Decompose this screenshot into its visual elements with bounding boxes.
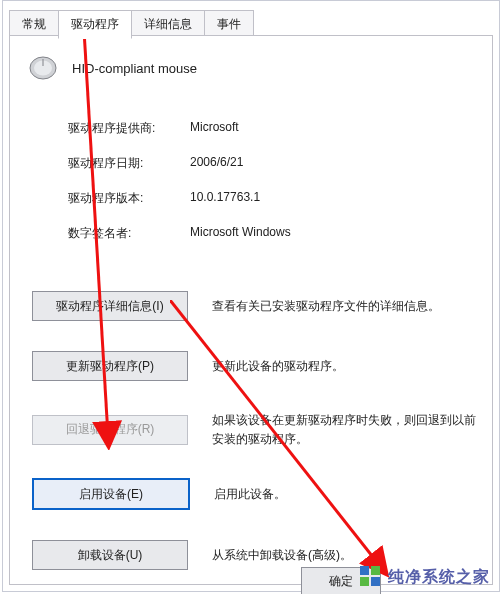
properties-dialog: 常规 驱动程序 详细信息 事件 HID-compliant mouse 驱动程序… — [2, 0, 500, 592]
rollback-driver-desc: 如果该设备在更新驱动程序时失败，则回退到以前安装的驱动程序。 — [212, 411, 476, 448]
watermark-text: 纯净系统之家 — [388, 567, 490, 588]
uninstall-device-desc: 从系统中卸载设备(高级)。 — [212, 546, 476, 565]
tab-events[interactable]: 事件 — [204, 10, 254, 38]
tab-general[interactable]: 常规 — [9, 10, 59, 38]
driver-details-button[interactable]: 驱动程序详细信息(I) — [32, 291, 188, 321]
date-value: 2006/6/21 — [190, 155, 243, 172]
watermark-logo-icon — [360, 566, 382, 588]
provider-value: Microsoft — [190, 120, 239, 137]
update-driver-desc: 更新此设备的驱动程序。 — [212, 357, 476, 376]
watermark: 纯净系统之家 — [360, 566, 490, 588]
date-label: 驱动程序日期: — [68, 155, 190, 172]
driver-tab-panel: HID-compliant mouse 驱动程序提供商: Microsoft 驱… — [9, 35, 493, 585]
uninstall-device-button[interactable]: 卸载设备(U) — [32, 540, 188, 570]
enable-device-button[interactable]: 启用设备(E) — [32, 478, 190, 510]
mouse-icon — [26, 54, 60, 82]
signer-value: Microsoft Windows — [190, 225, 291, 242]
device-name: HID-compliant mouse — [72, 61, 197, 76]
update-driver-button[interactable]: 更新驱动程序(P) — [32, 351, 188, 381]
enable-device-desc: 启用此设备。 — [214, 485, 476, 504]
tab-details[interactable]: 详细信息 — [131, 10, 205, 38]
driver-info-grid: 驱动程序提供商: Microsoft 驱动程序日期: 2006/6/21 驱动程… — [68, 120, 291, 260]
driver-actions: 驱动程序详细信息(I) 查看有关已安装驱动程序文件的详细信息。 更新驱动程序(P… — [32, 291, 476, 594]
driver-details-desc: 查看有关已安装驱动程序文件的详细信息。 — [212, 297, 476, 316]
signer-label: 数字签名者: — [68, 225, 190, 242]
version-value: 10.0.17763.1 — [190, 190, 260, 207]
version-label: 驱动程序版本: — [68, 190, 190, 207]
tab-driver[interactable]: 驱动程序 — [58, 10, 132, 39]
rollback-driver-button: 回退驱动程序(R) — [32, 415, 188, 445]
provider-label: 驱动程序提供商: — [68, 120, 190, 137]
device-header: HID-compliant mouse — [26, 54, 197, 82]
tab-strip: 常规 驱动程序 详细信息 事件 — [9, 9, 253, 38]
